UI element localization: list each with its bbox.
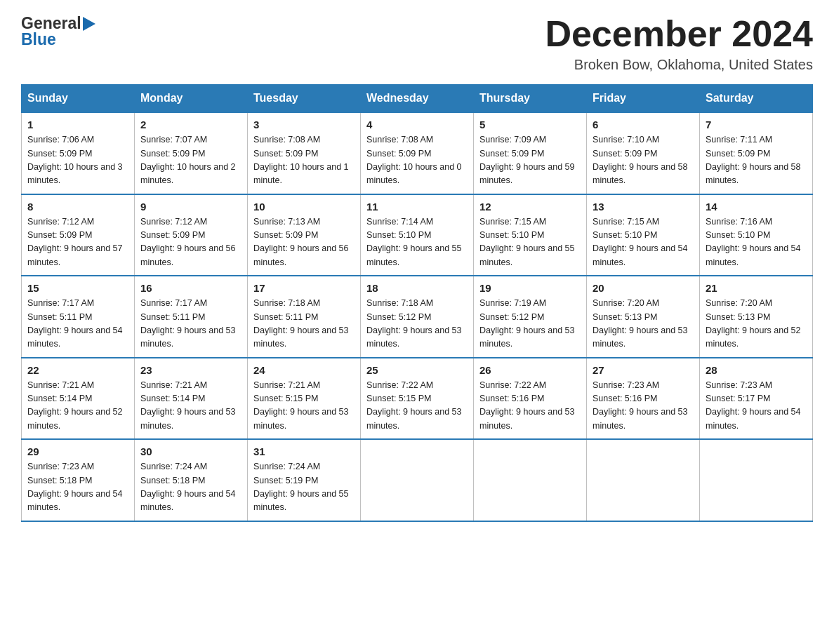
calendar-cell: 12Sunrise: 7:15 AMSunset: 5:10 PMDayligh… xyxy=(474,194,587,276)
day-info: Sunrise: 7:13 AMSunset: 5:09 PMDaylight:… xyxy=(253,215,355,270)
calendar-cell: 21Sunrise: 7:20 AMSunset: 5:13 PMDayligh… xyxy=(700,276,813,358)
day-info: Sunrise: 7:18 AMSunset: 5:12 PMDaylight:… xyxy=(366,297,468,351)
calendar-cell: 14Sunrise: 7:16 AMSunset: 5:10 PMDayligh… xyxy=(700,194,813,276)
day-number: 2 xyxy=(140,119,241,130)
day-info: Sunrise: 7:24 AMSunset: 5:19 PMDaylight:… xyxy=(253,460,355,515)
day-number: 28 xyxy=(706,364,807,376)
calendar-cell: 8Sunrise: 7:12 AMSunset: 5:09 PMDaylight… xyxy=(22,194,135,276)
page-header: General Blue December 2024 Broken Bow, O… xyxy=(21,14,813,73)
day-info: Sunrise: 7:18 AMSunset: 5:11 PMDaylight:… xyxy=(253,297,355,351)
calendar-cell: 17Sunrise: 7:18 AMSunset: 5:11 PMDayligh… xyxy=(248,276,361,358)
day-number: 12 xyxy=(479,201,581,213)
day-number: 1 xyxy=(27,119,128,130)
week-row: 1Sunrise: 7:06 AMSunset: 5:09 PMDaylight… xyxy=(22,112,813,194)
calendar-title: December 2024 xyxy=(545,14,813,54)
calendar-cell: 23Sunrise: 7:21 AMSunset: 5:14 PMDayligh… xyxy=(135,358,248,440)
day-of-week-header: Wednesday xyxy=(361,85,474,113)
day-number: 18 xyxy=(366,282,468,294)
day-number: 8 xyxy=(27,201,128,213)
day-info: Sunrise: 7:07 AMSunset: 5:09 PMDaylight:… xyxy=(140,133,241,188)
calendar-cell: 15Sunrise: 7:17 AMSunset: 5:11 PMDayligh… xyxy=(22,276,135,358)
calendar-cell xyxy=(361,439,474,521)
day-number: 10 xyxy=(253,201,355,213)
day-number: 22 xyxy=(27,364,128,376)
day-info: Sunrise: 7:17 AMSunset: 5:11 PMDaylight:… xyxy=(140,297,241,351)
day-number: 31 xyxy=(253,445,355,457)
calendar-cell: 29Sunrise: 7:23 AMSunset: 5:18 PMDayligh… xyxy=(22,439,135,521)
day-number: 15 xyxy=(27,282,128,294)
calendar-cell: 24Sunrise: 7:21 AMSunset: 5:15 PMDayligh… xyxy=(248,358,361,440)
day-info: Sunrise: 7:22 AMSunset: 5:15 PMDaylight:… xyxy=(366,379,468,434)
day-number: 14 xyxy=(706,201,807,213)
day-info: Sunrise: 7:21 AMSunset: 5:14 PMDaylight:… xyxy=(140,379,241,434)
day-info: Sunrise: 7:23 AMSunset: 5:18 PMDaylight:… xyxy=(27,460,128,515)
day-number: 24 xyxy=(253,364,355,376)
day-of-week-header: Sunday xyxy=(22,85,135,113)
calendar-cell: 3Sunrise: 7:08 AMSunset: 5:09 PMDaylight… xyxy=(248,112,361,194)
day-info: Sunrise: 7:09 AMSunset: 5:09 PMDaylight:… xyxy=(479,133,581,188)
svg-marker-0 xyxy=(83,17,95,31)
day-info: Sunrise: 7:06 AMSunset: 5:09 PMDaylight:… xyxy=(27,133,128,188)
day-info: Sunrise: 7:24 AMSunset: 5:18 PMDaylight:… xyxy=(140,460,241,515)
calendar-cell: 18Sunrise: 7:18 AMSunset: 5:12 PMDayligh… xyxy=(361,276,474,358)
day-info: Sunrise: 7:21 AMSunset: 5:15 PMDaylight:… xyxy=(253,379,355,434)
calendar-cell: 9Sunrise: 7:12 AMSunset: 5:09 PMDaylight… xyxy=(135,194,248,276)
day-number: 30 xyxy=(140,445,241,457)
day-of-week-header: Friday xyxy=(587,85,700,113)
calendar-cell: 20Sunrise: 7:20 AMSunset: 5:13 PMDayligh… xyxy=(587,276,700,358)
calendar-cell: 30Sunrise: 7:24 AMSunset: 5:18 PMDayligh… xyxy=(135,439,248,521)
day-info: Sunrise: 7:12 AMSunset: 5:09 PMDaylight:… xyxy=(140,215,241,270)
calendar-cell: 10Sunrise: 7:13 AMSunset: 5:09 PMDayligh… xyxy=(248,194,361,276)
calendar-cell: 11Sunrise: 7:14 AMSunset: 5:10 PMDayligh… xyxy=(361,194,474,276)
day-info: Sunrise: 7:08 AMSunset: 5:09 PMDaylight:… xyxy=(253,133,355,188)
day-info: Sunrise: 7:23 AMSunset: 5:16 PMDaylight:… xyxy=(593,379,694,434)
day-number: 19 xyxy=(479,282,581,294)
day-info: Sunrise: 7:20 AMSunset: 5:13 PMDaylight:… xyxy=(706,297,807,351)
calendar-cell: 1Sunrise: 7:06 AMSunset: 5:09 PMDaylight… xyxy=(22,112,135,194)
day-info: Sunrise: 7:22 AMSunset: 5:16 PMDaylight:… xyxy=(479,379,581,434)
calendar-cell xyxy=(474,439,587,521)
logo: General Blue xyxy=(21,14,96,49)
day-number: 9 xyxy=(140,201,241,213)
day-info: Sunrise: 7:21 AMSunset: 5:14 PMDaylight:… xyxy=(27,379,128,434)
calendar-table: SundayMondayTuesdayWednesdayThursdayFrid… xyxy=(21,84,813,522)
calendar-cell: 4Sunrise: 7:08 AMSunset: 5:09 PMDaylight… xyxy=(361,112,474,194)
day-info: Sunrise: 7:15 AMSunset: 5:10 PMDaylight:… xyxy=(479,215,581,270)
week-row: 8Sunrise: 7:12 AMSunset: 5:09 PMDaylight… xyxy=(22,194,813,276)
day-number: 23 xyxy=(140,364,241,376)
day-number: 16 xyxy=(140,282,241,294)
calendar-cell: 13Sunrise: 7:15 AMSunset: 5:10 PMDayligh… xyxy=(587,194,700,276)
day-number: 7 xyxy=(706,119,807,130)
day-number: 25 xyxy=(366,364,468,376)
day-info: Sunrise: 7:17 AMSunset: 5:11 PMDaylight:… xyxy=(27,297,128,351)
day-number: 6 xyxy=(593,119,694,130)
week-row: 29Sunrise: 7:23 AMSunset: 5:18 PMDayligh… xyxy=(22,439,813,521)
calendar-cell: 22Sunrise: 7:21 AMSunset: 5:14 PMDayligh… xyxy=(22,358,135,440)
logo-blue-text: Blue xyxy=(21,30,96,49)
calendar-cell xyxy=(700,439,813,521)
title-block: December 2024 Broken Bow, Oklahoma, Unit… xyxy=(545,14,813,73)
day-number: 4 xyxy=(366,119,468,130)
calendar-cell: 19Sunrise: 7:19 AMSunset: 5:12 PMDayligh… xyxy=(474,276,587,358)
calendar-cell: 5Sunrise: 7:09 AMSunset: 5:09 PMDaylight… xyxy=(474,112,587,194)
day-number: 27 xyxy=(593,364,694,376)
calendar-cell: 16Sunrise: 7:17 AMSunset: 5:11 PMDayligh… xyxy=(135,276,248,358)
day-number: 29 xyxy=(27,445,128,457)
day-number: 13 xyxy=(593,201,694,213)
day-number: 5 xyxy=(479,119,581,130)
calendar-cell: 2Sunrise: 7:07 AMSunset: 5:09 PMDaylight… xyxy=(135,112,248,194)
day-info: Sunrise: 7:16 AMSunset: 5:10 PMDaylight:… xyxy=(706,215,807,270)
day-info: Sunrise: 7:15 AMSunset: 5:10 PMDaylight:… xyxy=(593,215,694,270)
calendar-cell: 27Sunrise: 7:23 AMSunset: 5:16 PMDayligh… xyxy=(587,358,700,440)
calendar-header-row: SundayMondayTuesdayWednesdayThursdayFrid… xyxy=(22,85,813,113)
day-info: Sunrise: 7:19 AMSunset: 5:12 PMDaylight:… xyxy=(479,297,581,351)
week-row: 15Sunrise: 7:17 AMSunset: 5:11 PMDayligh… xyxy=(22,276,813,358)
day-of-week-header: Tuesday xyxy=(248,85,361,113)
calendar-subtitle: Broken Bow, Oklahoma, United States xyxy=(545,57,813,73)
calendar-cell: 6Sunrise: 7:10 AMSunset: 5:09 PMDaylight… xyxy=(587,112,700,194)
calendar-cell: 26Sunrise: 7:22 AMSunset: 5:16 PMDayligh… xyxy=(474,358,587,440)
day-number: 17 xyxy=(253,282,355,294)
day-number: 3 xyxy=(253,119,355,130)
day-number: 21 xyxy=(706,282,807,294)
day-of-week-header: Saturday xyxy=(700,85,813,113)
